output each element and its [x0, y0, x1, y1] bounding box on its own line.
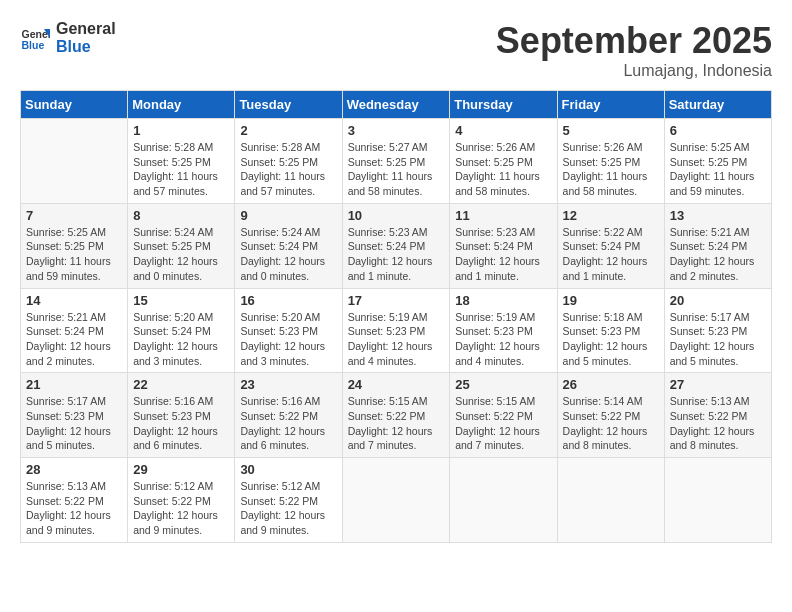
calendar-week-2: 7Sunrise: 5:25 AMSunset: 5:25 PMDaylight…: [21, 203, 772, 288]
calendar-week-1: 1Sunrise: 5:28 AMSunset: 5:25 PMDaylight…: [21, 119, 772, 204]
calendar-cell: 20Sunrise: 5:17 AMSunset: 5:23 PMDayligh…: [664, 288, 771, 373]
calendar-cell: 28Sunrise: 5:13 AMSunset: 5:22 PMDayligh…: [21, 458, 128, 543]
calendar-cell: 23Sunrise: 5:16 AMSunset: 5:22 PMDayligh…: [235, 373, 342, 458]
day-info: Sunrise: 5:26 AMSunset: 5:25 PMDaylight:…: [563, 140, 659, 199]
day-info: Sunrise: 5:21 AMSunset: 5:24 PMDaylight:…: [26, 310, 122, 369]
calendar-cell: 26Sunrise: 5:14 AMSunset: 5:22 PMDayligh…: [557, 373, 664, 458]
day-number: 28: [26, 462, 122, 477]
day-info: Sunrise: 5:14 AMSunset: 5:22 PMDaylight:…: [563, 394, 659, 453]
day-number: 15: [133, 293, 229, 308]
day-info: Sunrise: 5:20 AMSunset: 5:23 PMDaylight:…: [240, 310, 336, 369]
day-number: 14: [26, 293, 122, 308]
calendar-cell: 12Sunrise: 5:22 AMSunset: 5:24 PMDayligh…: [557, 203, 664, 288]
day-number: 3: [348, 123, 445, 138]
day-number: 21: [26, 377, 122, 392]
day-number: 25: [455, 377, 551, 392]
day-number: 27: [670, 377, 766, 392]
day-info: Sunrise: 5:22 AMSunset: 5:24 PMDaylight:…: [563, 225, 659, 284]
page-header: General Blue General Blue September 2025…: [20, 20, 772, 80]
column-header-saturday: Saturday: [664, 91, 771, 119]
calendar-cell: 25Sunrise: 5:15 AMSunset: 5:22 PMDayligh…: [450, 373, 557, 458]
calendar-cell: 10Sunrise: 5:23 AMSunset: 5:24 PMDayligh…: [342, 203, 450, 288]
day-number: 11: [455, 208, 551, 223]
day-number: 18: [455, 293, 551, 308]
day-number: 1: [133, 123, 229, 138]
calendar-cell: 1Sunrise: 5:28 AMSunset: 5:25 PMDaylight…: [128, 119, 235, 204]
calendar-week-3: 14Sunrise: 5:21 AMSunset: 5:24 PMDayligh…: [21, 288, 772, 373]
calendar-cell: 2Sunrise: 5:28 AMSunset: 5:25 PMDaylight…: [235, 119, 342, 204]
day-info: Sunrise: 5:18 AMSunset: 5:23 PMDaylight:…: [563, 310, 659, 369]
logo-blue: Blue: [56, 38, 116, 56]
day-number: 19: [563, 293, 659, 308]
day-number: 12: [563, 208, 659, 223]
day-info: Sunrise: 5:17 AMSunset: 5:23 PMDaylight:…: [670, 310, 766, 369]
calendar-cell: 21Sunrise: 5:17 AMSunset: 5:23 PMDayligh…: [21, 373, 128, 458]
day-info: Sunrise: 5:28 AMSunset: 5:25 PMDaylight:…: [240, 140, 336, 199]
calendar-cell: 29Sunrise: 5:12 AMSunset: 5:22 PMDayligh…: [128, 458, 235, 543]
calendar-cell: 15Sunrise: 5:20 AMSunset: 5:24 PMDayligh…: [128, 288, 235, 373]
day-number: 22: [133, 377, 229, 392]
column-header-sunday: Sunday: [21, 91, 128, 119]
day-number: 9: [240, 208, 336, 223]
calendar-cell: 22Sunrise: 5:16 AMSunset: 5:23 PMDayligh…: [128, 373, 235, 458]
day-info: Sunrise: 5:16 AMSunset: 5:23 PMDaylight:…: [133, 394, 229, 453]
logo: General Blue General Blue: [20, 20, 116, 55]
day-info: Sunrise: 5:12 AMSunset: 5:22 PMDaylight:…: [133, 479, 229, 538]
calendar-cell: 9Sunrise: 5:24 AMSunset: 5:24 PMDaylight…: [235, 203, 342, 288]
svg-text:Blue: Blue: [22, 38, 45, 50]
title-block: September 2025 Lumajang, Indonesia: [496, 20, 772, 80]
calendar-week-4: 21Sunrise: 5:17 AMSunset: 5:23 PMDayligh…: [21, 373, 772, 458]
calendar-cell: [450, 458, 557, 543]
calendar-cell: [557, 458, 664, 543]
calendar-cell: 8Sunrise: 5:24 AMSunset: 5:25 PMDaylight…: [128, 203, 235, 288]
day-info: Sunrise: 5:16 AMSunset: 5:22 PMDaylight:…: [240, 394, 336, 453]
calendar-cell: [342, 458, 450, 543]
day-info: Sunrise: 5:13 AMSunset: 5:22 PMDaylight:…: [26, 479, 122, 538]
calendar-week-5: 28Sunrise: 5:13 AMSunset: 5:22 PMDayligh…: [21, 458, 772, 543]
logo-general: General: [56, 20, 116, 38]
column-header-monday: Monday: [128, 91, 235, 119]
day-number: 24: [348, 377, 445, 392]
day-number: 4: [455, 123, 551, 138]
calendar-table: SundayMondayTuesdayWednesdayThursdayFrid…: [20, 90, 772, 543]
calendar-cell: 6Sunrise: 5:25 AMSunset: 5:25 PMDaylight…: [664, 119, 771, 204]
column-header-friday: Friday: [557, 91, 664, 119]
calendar-cell: 19Sunrise: 5:18 AMSunset: 5:23 PMDayligh…: [557, 288, 664, 373]
day-info: Sunrise: 5:12 AMSunset: 5:22 PMDaylight:…: [240, 479, 336, 538]
logo-icon: General Blue: [20, 23, 50, 53]
day-number: 16: [240, 293, 336, 308]
calendar-cell: [21, 119, 128, 204]
column-header-tuesday: Tuesday: [235, 91, 342, 119]
day-info: Sunrise: 5:13 AMSunset: 5:22 PMDaylight:…: [670, 394, 766, 453]
day-info: Sunrise: 5:15 AMSunset: 5:22 PMDaylight:…: [348, 394, 445, 453]
calendar-cell: 11Sunrise: 5:23 AMSunset: 5:24 PMDayligh…: [450, 203, 557, 288]
calendar-cell: 5Sunrise: 5:26 AMSunset: 5:25 PMDaylight…: [557, 119, 664, 204]
column-header-thursday: Thursday: [450, 91, 557, 119]
day-number: 10: [348, 208, 445, 223]
day-info: Sunrise: 5:25 AMSunset: 5:25 PMDaylight:…: [26, 225, 122, 284]
day-number: 30: [240, 462, 336, 477]
calendar-cell: 18Sunrise: 5:19 AMSunset: 5:23 PMDayligh…: [450, 288, 557, 373]
day-number: 2: [240, 123, 336, 138]
day-info: Sunrise: 5:23 AMSunset: 5:24 PMDaylight:…: [455, 225, 551, 284]
day-info: Sunrise: 5:20 AMSunset: 5:24 PMDaylight:…: [133, 310, 229, 369]
day-info: Sunrise: 5:23 AMSunset: 5:24 PMDaylight:…: [348, 225, 445, 284]
day-number: 7: [26, 208, 122, 223]
day-number: 13: [670, 208, 766, 223]
day-info: Sunrise: 5:15 AMSunset: 5:22 PMDaylight:…: [455, 394, 551, 453]
calendar-cell: 7Sunrise: 5:25 AMSunset: 5:25 PMDaylight…: [21, 203, 128, 288]
day-number: 26: [563, 377, 659, 392]
column-header-wednesday: Wednesday: [342, 91, 450, 119]
calendar-cell: 24Sunrise: 5:15 AMSunset: 5:22 PMDayligh…: [342, 373, 450, 458]
day-number: 5: [563, 123, 659, 138]
calendar-cell: 16Sunrise: 5:20 AMSunset: 5:23 PMDayligh…: [235, 288, 342, 373]
calendar-cell: 13Sunrise: 5:21 AMSunset: 5:24 PMDayligh…: [664, 203, 771, 288]
day-info: Sunrise: 5:28 AMSunset: 5:25 PMDaylight:…: [133, 140, 229, 199]
day-info: Sunrise: 5:26 AMSunset: 5:25 PMDaylight:…: [455, 140, 551, 199]
day-info: Sunrise: 5:24 AMSunset: 5:24 PMDaylight:…: [240, 225, 336, 284]
calendar-cell: 27Sunrise: 5:13 AMSunset: 5:22 PMDayligh…: [664, 373, 771, 458]
day-info: Sunrise: 5:17 AMSunset: 5:23 PMDaylight:…: [26, 394, 122, 453]
day-info: Sunrise: 5:19 AMSunset: 5:23 PMDaylight:…: [348, 310, 445, 369]
day-number: 8: [133, 208, 229, 223]
day-info: Sunrise: 5:21 AMSunset: 5:24 PMDaylight:…: [670, 225, 766, 284]
